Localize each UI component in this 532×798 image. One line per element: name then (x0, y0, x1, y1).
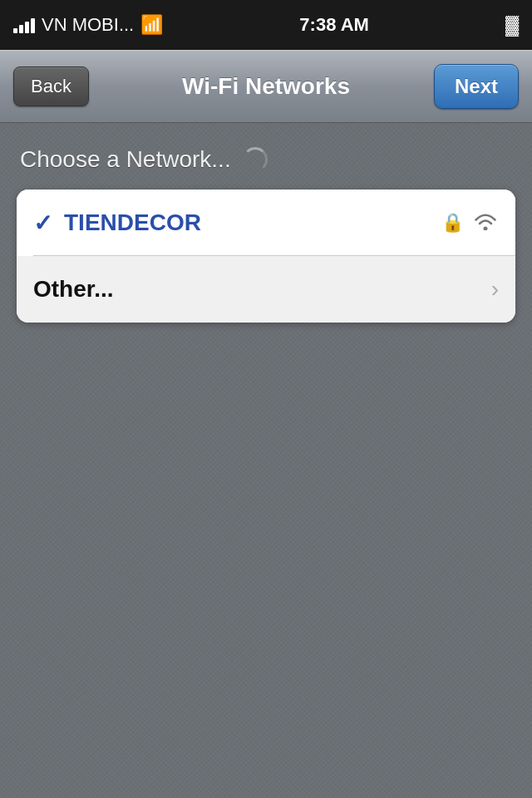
loading-spinner (243, 147, 268, 172)
status-time: 7:38 AM (299, 14, 369, 36)
wifi-signal-icon (472, 210, 499, 236)
network-list: ✓ TIENDECOR 🔒 Other... › (17, 190, 515, 323)
nav-bar: Back Wi-Fi Networks Next (0, 50, 532, 123)
nav-title: Wi-Fi Networks (182, 73, 350, 100)
wifi-icon-svg (472, 210, 499, 230)
network-name-tiendecor: TIENDECOR (64, 209, 441, 236)
network-item-other[interactable]: Other... › (17, 256, 515, 323)
choose-network-label: Choose a Network... (20, 146, 231, 173)
signal-bar-4 (31, 18, 35, 33)
signal-bar-2 (19, 25, 23, 33)
checkmark-icon: ✓ (33, 209, 52, 237)
status-left: VN MOBI... 📶 (13, 14, 163, 36)
wifi-status-icon: 📶 (140, 14, 163, 36)
status-right: ▓ (505, 14, 519, 36)
main-content: Choose a Network... ✓ TIENDECOR 🔒 (0, 123, 532, 339)
lock-icon: 🔒 (441, 212, 464, 234)
chevron-right-icon: › (491, 276, 499, 303)
signal-bar-1 (13, 28, 17, 33)
battery-status-icon: ▓ (505, 14, 519, 36)
network-icons: 🔒 (441, 210, 499, 236)
signal-bars (13, 17, 35, 33)
next-button[interactable]: Next (434, 64, 519, 109)
choose-network-row: Choose a Network... (17, 146, 515, 173)
svg-point-0 (484, 226, 488, 230)
back-button[interactable]: Back (13, 66, 89, 106)
status-bar: VN MOBI... 📶 7:38 AM ▓ (0, 0, 532, 50)
carrier-label: VN MOBI... (42, 14, 134, 36)
signal-bar-3 (25, 22, 29, 33)
other-label: Other... (33, 276, 491, 303)
network-item-tiendecor[interactable]: ✓ TIENDECOR 🔒 (17, 190, 515, 256)
